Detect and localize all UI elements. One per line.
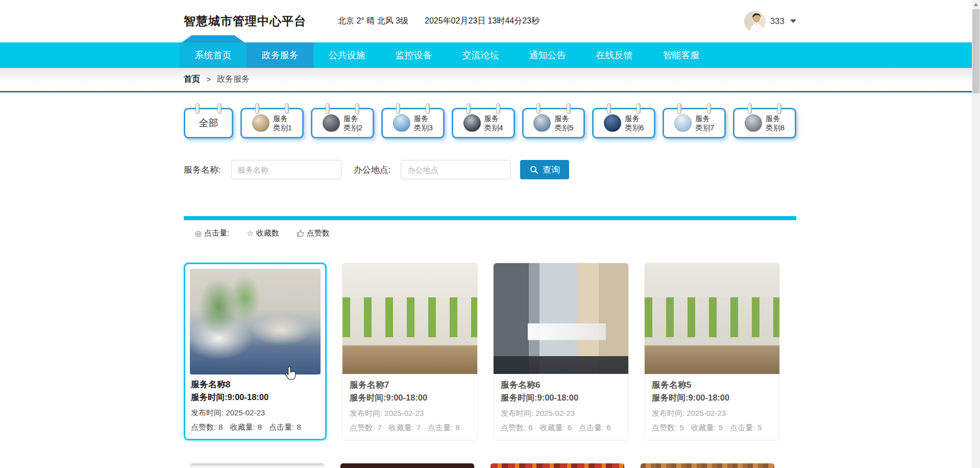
nav-tab-label: 通知公告 [529,49,566,61]
nav-tab-1[interactable]: 系统首页 [180,42,247,68]
service-card-partial[interactable] [340,463,475,468]
legend-likes: 点赞数 [297,228,330,238]
service-name-input[interactable] [231,160,341,179]
building-photo-8-icon [745,114,762,132]
building-photo-7-icon [674,114,692,132]
pin-icon [567,103,571,114]
pin-icon [355,103,359,114]
building-photo-6-icon [604,114,621,132]
scrollbar-thumb[interactable] [972,9,979,93]
category-label: 服务类别8 [766,114,785,132]
pin-icon [195,103,200,114]
building-photo-1-icon [252,114,270,132]
legend-clicks: ◎ 点击量: [195,228,229,238]
pin-icon [777,103,781,114]
query-button[interactable]: 查询 [520,160,569,179]
category-button-6[interactable]: 服务类别6 [592,108,655,138]
nav-tab-6[interactable]: 通知公告 [514,42,581,68]
service-card-time: 服务时间:9:00-18:00 [350,392,470,404]
category-label: 服务类别6 [625,114,644,132]
service-card-partial[interactable] [640,463,775,468]
section-divider [184,216,796,220]
service-card-publish: 发布时间: 2025-02-23 [350,409,470,418]
weather-info: 北京 2° 晴 北风 3级 [338,16,408,27]
service-card[interactable]: 服务名称7 服务时间:9:00-18:00 发布时间: 2025-02-23 点… [342,263,478,440]
service-card-stats: 点赞数:8 收藏量:8 点击量:8 [191,423,320,432]
service-card-title: 服务名称7 [350,379,470,391]
category-button-5[interactable]: 服务类别5 [522,108,585,138]
building-photo-5-icon [533,114,551,132]
category-label: 服务类别7 [695,114,714,132]
office-location-input[interactable] [401,160,511,179]
service-card-title: 服务名称5 [652,379,772,391]
breadcrumb: 首页 > 政务服务 [184,68,796,91]
service-card-stats: 点赞数:6 收藏量:6 点击量:6 [501,423,621,433]
service-card-partial[interactable] [190,463,325,468]
nav-tab-7[interactable]: 在线反馈 [581,42,648,68]
category-button-1[interactable]: 服务类别1 [240,108,304,138]
service-card-title: 服务名称8 [191,379,320,390]
stats-legend: ◎ 点击量: ☆ 收藏数 点赞数 [184,228,796,238]
scrollbar-up-arrow[interactable] [972,0,980,9]
pin-icon [396,103,400,114]
service-card[interactable]: 服务名称6 服务时间:9:00-18:00 发布时间: 2025-02-23 点… [493,263,629,440]
office-location-label: 办公地点: [354,164,391,176]
avatar-image [744,11,766,32]
category-button-2[interactable]: 服务类别2 [311,108,374,138]
chevron-down-icon[interactable] [790,19,796,23]
breadcrumb-bar: 首页 > 政务服务 [0,68,980,92]
service-card-image [494,263,628,374]
service-card-publish: 发布时间: 2025-02-23 [191,408,320,418]
nav-tab-label: 交流论坛 [462,49,499,61]
category-label: 服务类别5 [554,114,573,132]
category-label: 服务类别2 [344,114,362,132]
star-icon: ☆ [247,229,253,238]
service-card-image [342,263,477,374]
legend-favorites: ☆ 收藏数 [247,228,279,238]
category-label: 服务类别1 [273,114,292,132]
category-button-4[interactable]: 服务类别4 [452,108,515,138]
pin-icon [636,103,641,114]
nav-tab-label: 监控设备 [396,49,432,61]
service-card-partial[interactable] [490,463,625,468]
category-button-8[interactable]: 服务类别8 [733,108,796,138]
datetime-clock: 2025年02月23日 13时44分23秒 [425,16,540,27]
nav-tab-8[interactable]: 智能客服 [648,42,715,68]
category-label: 服务类别4 [484,114,503,132]
category-button-3[interactable]: 服务类别3 [381,108,445,138]
pin-icon [607,103,611,114]
pin-icon [217,103,222,114]
username[interactable]: 333 [770,16,785,27]
service-card-image [190,269,321,375]
building-photo-4-icon [463,114,481,132]
service-card[interactable]: 服务名称5 服务时间:9:00-18:00 发布时间: 2025-02-23 点… [644,263,780,440]
nav-tabs: 系统首页政务服务公共设施监控设备交流论坛通知公告在线反馈智能客服 [180,42,792,68]
nav-tab-3[interactable]: 公共设施 [313,42,380,68]
nav-tab-label: 系统首页 [195,49,232,61]
service-card-grid-row2 [184,463,796,468]
nav-tab-4[interactable]: 监控设备 [380,42,447,68]
service-card[interactable]: 服务名称8 服务时间:9:00-18:00 发布时间: 2025-02-23 点… [184,263,327,440]
service-card-publish: 发布时间: 2025-02-23 [501,409,621,418]
search-icon [530,166,538,174]
eye-icon: ◎ [195,229,202,238]
breadcrumb-separator: > [206,75,211,84]
avatar[interactable] [744,11,766,32]
pin-icon [707,103,711,114]
category-button-7[interactable]: 服务类别7 [663,108,726,138]
search-bar: 服务名称: 办公地点: 查询 [184,160,796,179]
pin-icon [677,103,681,114]
nav-tab-label: 在线反馈 [596,49,633,61]
page-title: 智慧城市管理中心平台 [184,13,306,29]
service-card-image [645,263,779,374]
nav-tab-2[interactable]: 政务服务 [247,42,313,68]
nav-tab-label: 政务服务 [262,49,299,61]
breadcrumb-home[interactable]: 首页 [184,74,200,85]
user-menu[interactable]: 333 [744,11,796,32]
category-row: 全部服务类别1服务类别2服务类别3服务类别4服务类别5服务类别6服务类别7服务类… [184,108,796,138]
service-card-publish: 发布时间: 2025-02-23 [652,409,772,418]
vertical-scrollbar[interactable] [972,0,980,468]
category-all-button[interactable]: 全部 [184,108,233,138]
main-nav: 系统首页政务服务公共设施监控设备交流论坛通知公告在线反馈智能客服 [0,42,972,68]
nav-tab-5[interactable]: 交流论坛 [447,42,514,68]
